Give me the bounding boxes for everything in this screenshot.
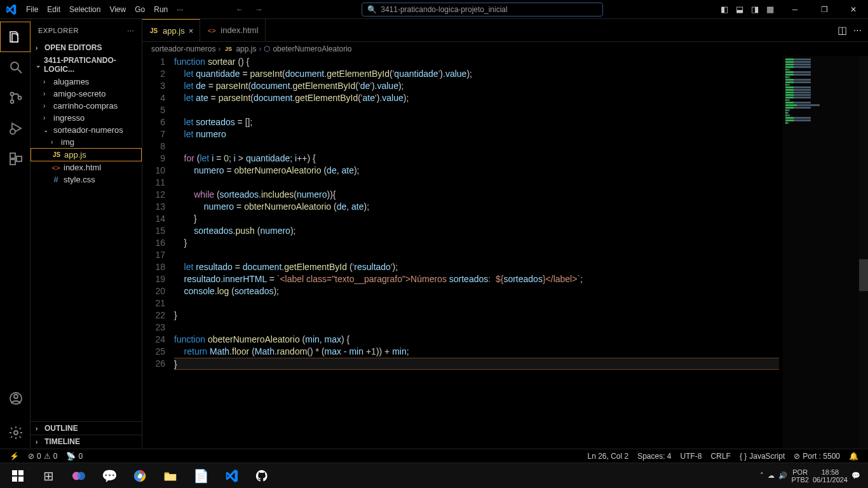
eol[interactable]: CRLF bbox=[707, 452, 735, 461]
vertical-scrollbar[interactable] bbox=[859, 56, 868, 448]
command-center-search[interactable]: 🔍 3411-praticando-logica-projeto_inicial bbox=[362, 3, 603, 17]
breadcrumb-file[interactable]: app.js bbox=[236, 44, 256, 53]
project-folder[interactable]: ⌄ 3411-PRATICANDO-LOGIC... bbox=[31, 54, 142, 76]
scrollbar-thumb[interactable] bbox=[859, 259, 868, 291]
menu-selection[interactable]: Selection bbox=[65, 5, 105, 14]
tray-volume-icon[interactable]: 🔊 bbox=[778, 471, 787, 480]
activity-source-control-icon[interactable] bbox=[0, 83, 31, 113]
menu-view[interactable]: View bbox=[105, 5, 130, 14]
file-style-css[interactable]: #style.css bbox=[31, 173, 142, 186]
file-index-html[interactable]: <>index.html bbox=[31, 161, 142, 173]
folder-alugames[interactable]: ›alugames bbox=[31, 76, 142, 88]
minimap[interactable] bbox=[783, 56, 859, 448]
cursor-position[interactable]: Ln 26, Col 2 bbox=[583, 452, 633, 461]
open-editors-section[interactable]: › OPEN EDITORS bbox=[31, 41, 142, 54]
vscode-taskbar-icon[interactable] bbox=[216, 463, 247, 489]
menu-run[interactable]: Run bbox=[149, 5, 172, 14]
tray-clock[interactable]: 18:5806/11/2024 bbox=[813, 468, 848, 484]
menu-edit[interactable]: Edit bbox=[43, 5, 65, 14]
outline-section[interactable]: ›OUTLINE bbox=[31, 421, 142, 435]
tray-language[interactable]: PORPTB2 bbox=[791, 468, 809, 484]
svg-point-17 bbox=[77, 471, 85, 480]
tab-index-html[interactable]: <> index.html bbox=[200, 19, 265, 41]
folder-carrinho-compras[interactable]: ›carrinho-compras bbox=[31, 100, 142, 112]
menu-file[interactable]: File bbox=[22, 5, 43, 14]
layout-panel-icon[interactable]: ⬓ bbox=[733, 3, 746, 16]
tray-chevron-icon[interactable]: ˄ bbox=[760, 471, 764, 480]
broadcast-icon: ⊘ bbox=[794, 452, 800, 461]
file-explorer-icon[interactable] bbox=[155, 463, 186, 489]
windows-taskbar: ⊞ 💬 📄 ˄ ☁ 🔊 PORPTB2 18:5806/11/2024 💬 bbox=[0, 463, 868, 488]
github-icon[interactable] bbox=[247, 463, 277, 489]
activity-search-icon[interactable] bbox=[0, 52, 31, 83]
activity-extensions-icon[interactable] bbox=[0, 144, 31, 174]
folder-img[interactable]: ›img bbox=[31, 136, 142, 148]
html-icon: <> bbox=[207, 27, 217, 34]
minimize-icon[interactable]: ─ bbox=[780, 0, 810, 19]
search-text: 3411-praticando-logica-projeto_inicial bbox=[381, 5, 507, 14]
radio-icon: 📡 bbox=[66, 452, 76, 461]
start-menu-icon[interactable] bbox=[3, 463, 33, 489]
tab-app-js[interactable]: JS app.js × bbox=[142, 19, 200, 41]
tray-notifications-icon[interactable]: 💬 bbox=[851, 471, 860, 480]
copilot-icon[interactable] bbox=[64, 463, 94, 489]
nav-back-icon[interactable]: ← bbox=[232, 5, 247, 14]
explorer-more-icon[interactable]: ··· bbox=[127, 27, 134, 34]
chevron-right-icon: › bbox=[43, 90, 51, 97]
svg-rect-12 bbox=[12, 470, 17, 475]
menu-more[interactable]: ··· bbox=[172, 5, 187, 14]
svg-point-5 bbox=[10, 129, 15, 134]
activity-accounts-icon[interactable] bbox=[0, 383, 31, 414]
status-radio[interactable]: 📡0 bbox=[62, 452, 87, 461]
layout-sidebar-left-icon[interactable]: ◧ bbox=[718, 3, 731, 16]
svg-point-3 bbox=[10, 100, 13, 104]
layout-sidebar-right-icon[interactable]: ◨ bbox=[749, 3, 761, 16]
activity-settings-icon[interactable] bbox=[0, 417, 31, 448]
notepad-icon[interactable]: 📄 bbox=[186, 463, 216, 489]
close-icon[interactable]: ✕ bbox=[839, 0, 868, 19]
file-app-js[interactable]: JSapp.js bbox=[31, 148, 142, 161]
editor-tabs: JS app.js × <> index.html ◫ ··· bbox=[142, 19, 868, 42]
braces-icon: { } bbox=[740, 452, 747, 461]
chevron-right-icon: › bbox=[36, 44, 44, 51]
folder-ingresso[interactable]: ›ingresso bbox=[31, 112, 142, 124]
nav-forward-icon[interactable]: → bbox=[251, 5, 266, 14]
activity-bar bbox=[0, 19, 31, 448]
breadcrumb-symbol[interactable]: obeterNumeroAleatorio bbox=[273, 44, 351, 53]
chevron-right-icon: › bbox=[36, 425, 44, 432]
notifications-icon[interactable]: 🔔 bbox=[844, 452, 863, 461]
tab-close-icon[interactable]: × bbox=[189, 26, 194, 36]
task-view-icon[interactable]: ⊞ bbox=[33, 463, 64, 489]
breadcrumb-folder[interactable]: sorteador-numeros bbox=[151, 44, 215, 53]
indentation[interactable]: Spaces: 4 bbox=[633, 452, 675, 461]
chevron-right-icon: › bbox=[36, 438, 44, 445]
folder-amigo-secreto[interactable]: ›amigo-secreto bbox=[31, 88, 142, 100]
menu-go[interactable]: Go bbox=[130, 5, 149, 14]
remote-icon[interactable]: ⚡ bbox=[5, 452, 24, 461]
tray-onedrive-icon[interactable]: ☁ bbox=[768, 471, 775, 480]
chevron-down-icon: ⌄ bbox=[43, 126, 51, 133]
code-content[interactable]: function sortear () { let quantidade = p… bbox=[174, 56, 868, 448]
status-bar: ⚡ ⊘0⚠0 📡0 Ln 26, Col 2 Spaces: 4 UTF-8 C… bbox=[0, 449, 868, 463]
more-actions-icon[interactable]: ··· bbox=[853, 25, 862, 36]
chrome-icon[interactable] bbox=[125, 463, 155, 489]
activity-run-debug-icon[interactable] bbox=[0, 113, 31, 144]
nav-arrows: ← → bbox=[232, 5, 266, 14]
maximize-icon[interactable]: ❐ bbox=[810, 0, 839, 19]
svg-rect-8 bbox=[17, 156, 22, 161]
activity-explorer-icon[interactable] bbox=[0, 22, 31, 52]
language-mode[interactable]: { }JavaScript bbox=[735, 452, 789, 461]
status-errors[interactable]: ⊘0⚠0 bbox=[24, 452, 62, 461]
layout-controls: ◧ ⬓ ◨ ▦ bbox=[718, 3, 780, 16]
timeline-section[interactable]: ›TIMELINE bbox=[31, 435, 142, 448]
split-editor-icon[interactable]: ◫ bbox=[837, 24, 847, 36]
folder-sorteador-numeros[interactable]: ⌄sorteador-numeros bbox=[31, 124, 142, 136]
chevron-right-icon: › bbox=[43, 114, 51, 121]
live-server-port[interactable]: ⊘Port : 5500 bbox=[789, 452, 844, 461]
html-icon: <> bbox=[51, 164, 61, 172]
breadcrumb[interactable]: sorteador-numeros › JS app.js › ⬡ obeter… bbox=[142, 42, 868, 56]
whatsapp-icon[interactable]: 💬 bbox=[94, 463, 125, 489]
encoding[interactable]: UTF-8 bbox=[676, 452, 707, 461]
layout-customize-icon[interactable]: ▦ bbox=[764, 3, 776, 16]
code-editor[interactable]: 1234567891011121314151617181920212223242… bbox=[142, 56, 868, 448]
